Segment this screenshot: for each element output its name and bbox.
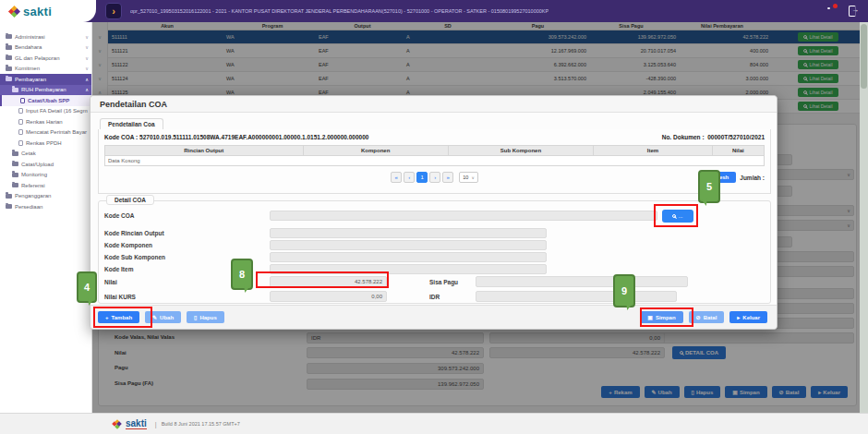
first-page-button[interactable]: « (391, 172, 402, 183)
document-icon (18, 119, 23, 125)
exit-icon: ▸ (737, 314, 740, 320)
sidebar-item-administrasi[interactable]: Administrasi∨ (0, 31, 91, 42)
empty-table-message: Data Kosong (104, 156, 765, 166)
modal-title: Pendetailan COA (90, 96, 777, 113)
nilai-kurs-input[interactable]: 0,00 (270, 291, 387, 302)
coa-detail-table: Rincian Output Komponen Sub Komponen Ite… (104, 145, 765, 166)
sidebar-item-gl-dan-pelaporan[interactable]: GL dan Pelaporan∨ (0, 53, 91, 64)
folder-icon (6, 194, 12, 199)
jumlah-label: Jumlah : (740, 175, 765, 181)
step-badge-4: 4 (77, 271, 97, 303)
sidebar-item-monitoring[interactable]: Monitoring (0, 170, 91, 181)
app-logo-text: sakti (23, 5, 52, 18)
tambah-button[interactable]: +Tambah (98, 311, 139, 323)
kode-sub-komponen-input[interactable] (270, 252, 547, 262)
logout-button[interactable] (849, 6, 856, 17)
sidebar-toggle-button[interactable]: › (105, 3, 122, 19)
no-dokumen-value: 00000T/527010/2021 (707, 134, 765, 140)
top-header-bar: sakti › opr_527010_199503152016122001 - … (0, 0, 868, 22)
keluar-button[interactable]: ▸Keluar (729, 311, 767, 323)
folder-icon (12, 88, 18, 92)
document-icon (20, 98, 25, 103)
pagination: « ‹ 1 › » 10∨ (99, 172, 770, 183)
nilai-input[interactable]: 42.578.222 (270, 276, 387, 287)
page-size-select[interactable]: 10∨ (459, 172, 477, 183)
kode-coa-input[interactable] (270, 211, 657, 221)
modal-footer: +Tambah ✎Ubah ▯Hapus ▣Simpan ⊘Batal ▸Kel… (90, 305, 777, 329)
detail-coa-panel: Detail COA Kode COA ... Kode Rincian Out… (98, 200, 771, 304)
field-label: Kode Rincian Output (104, 230, 164, 236)
sidebar-item-renkas-harian[interactable]: Renkas Harian (0, 116, 91, 127)
trash-icon: ▯ (194, 314, 197, 320)
folder-icon (6, 55, 12, 60)
build-info: Build 8 Juni 2021 17.15.57 GMT+7 (162, 421, 240, 427)
sidebar-item-bendahara[interactable]: Bendahara∨ (0, 42, 91, 54)
field-label: Sisa Pagu (429, 279, 458, 285)
sidebar-item-catat-ubah-spp[interactable]: Catat/Ubah SPP (0, 95, 91, 106)
kode-komponen-input[interactable] (270, 240, 547, 250)
document-icon (18, 129, 23, 135)
footer-logo-text: sakti (126, 419, 147, 429)
sakti-logo-icon (113, 420, 121, 428)
tab-detail-coa[interactable]: Detail COA (106, 195, 154, 205)
sisa-pagu-input[interactable] (476, 276, 688, 287)
idr-input[interactable] (476, 291, 677, 302)
pendetailan-coa-modal: Pendetailan COA Pendetailan Coa Kode COA… (90, 95, 778, 330)
folder-icon (6, 77, 12, 81)
sidebar-item-pembayaran[interactable]: Pembayaran∧ (0, 74, 91, 85)
kode-coa-label: Kode COA : (104, 134, 138, 140)
simpan-button[interactable]: ▣Simpan (640, 311, 682, 323)
chevron-down-icon: ∨ (85, 44, 89, 50)
folder-icon (12, 183, 18, 187)
sakti-logo-icon (9, 6, 19, 17)
field-label: IDR (429, 294, 440, 300)
coa-list-panel: Kode COA : 527010.019.511111.01508WA.471… (98, 129, 771, 194)
ubah-button[interactable]: ✎Ubah (145, 311, 181, 323)
cancel-icon: ⊘ (696, 314, 701, 320)
folder-icon (12, 173, 18, 177)
sidebar-item-catat-upload[interactable]: Catat/Upload (0, 159, 91, 170)
field-label: Kode Komponen (104, 242, 152, 248)
current-page-button[interactable]: 1 (416, 172, 428, 183)
notifications-button[interactable] (825, 6, 835, 17)
field-label: Kode COA (104, 212, 135, 219)
plus-icon: + (105, 315, 109, 320)
next-page-button[interactable]: › (429, 172, 440, 183)
footer-divider: | (155, 421, 157, 428)
folder-icon (12, 151, 18, 156)
chevron-down-icon: ∨ (85, 55, 89, 61)
sidebar-item-renkas-ppdh[interactable]: Renkas PPDH (0, 138, 91, 149)
folder-icon (6, 34, 12, 39)
hapus-button[interactable]: ▯Hapus (187, 311, 224, 323)
sidebar-item-input-fa-detail[interactable]: Input FA Detail (16 Segm (0, 106, 91, 117)
folder-icon (6, 45, 12, 50)
field-label: Kode Sub Komponen (104, 254, 165, 260)
sidebar-nav: Administrasi∨ Bendahara∨ GL dan Pelapora… (0, 22, 92, 413)
coa-search-button[interactable]: ... (662, 210, 693, 223)
scrollbar-thumb[interactable] (861, 24, 867, 89)
sidebar-item-penganggaran[interactable]: Penganggaran (0, 191, 91, 202)
sidebar-item-ruh-pembayaran[interactable]: RUH Pembayaran∧ (0, 85, 91, 96)
folder-icon (6, 66, 12, 71)
session-info-text: opr_527010_199503152016122001 - 2021 - K… (130, 8, 549, 14)
chevron-up-icon: ∧ (85, 87, 89, 92)
batal-button[interactable]: ⊘Batal (689, 311, 725, 323)
last-page-button[interactable]: » (442, 172, 453, 183)
search-icon (672, 214, 676, 218)
chevron-right-icon: › (112, 6, 115, 17)
kode-item-input[interactable] (270, 264, 547, 274)
sidebar-item-komitmen[interactable]: Komitmen∨ (0, 64, 91, 75)
prev-page-button[interactable]: ‹ (404, 172, 415, 183)
field-label: Nilai KURS (104, 294, 136, 300)
sidebar-item-referensi[interactable]: Referensi (0, 180, 91, 191)
sidebar-item-persediaan[interactable]: Persediaan (0, 201, 91, 212)
field-label: Nilai (104, 279, 117, 285)
chevron-down-icon: ∨ (85, 34, 89, 40)
notification-badge (833, 4, 838, 8)
vertical-scrollbar[interactable] (860, 22, 868, 413)
kode-rincian-output-input[interactable] (270, 228, 547, 238)
sidebar-item-cetak[interactable]: Cetak (0, 149, 91, 160)
sidebar-item-mencatat-perintah-bayar[interactable]: Mencatat Perintah Bayar (0, 127, 91, 139)
chevron-down-icon: ∨ (85, 66, 89, 71)
step-badge-9: 9 (613, 274, 635, 307)
